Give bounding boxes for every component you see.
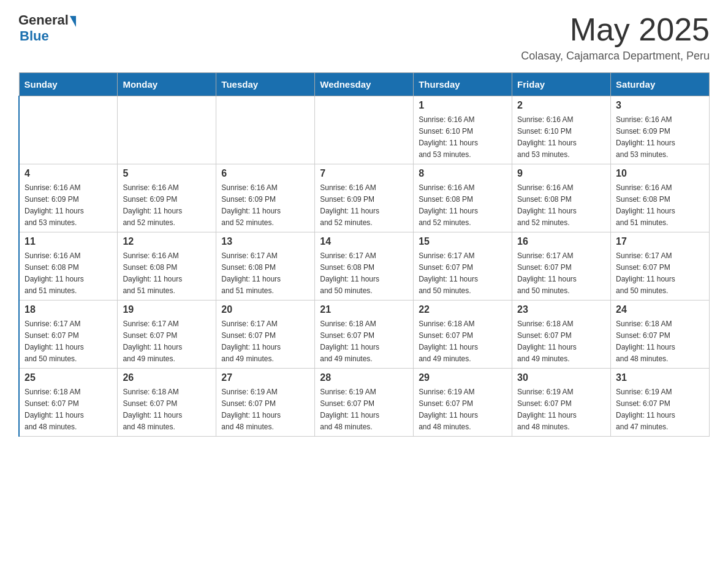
day-info: Sunrise: 6:16 AMSunset: 6:09 PMDaylight:… — [123, 183, 182, 227]
logo-triangle-icon — [70, 16, 76, 27]
day-number: 3 — [616, 100, 704, 111]
day-of-week-header: Wednesday — [315, 73, 414, 96]
day-number: 16 — [517, 236, 605, 247]
calendar-day-cell: 25Sunrise: 6:18 AMSunset: 6:07 PMDayligh… — [19, 369, 118, 437]
day-number: 10 — [616, 168, 704, 179]
calendar-day-cell: 11Sunrise: 6:16 AMSunset: 6:08 PMDayligh… — [19, 232, 118, 301]
page-header: General Blue May 2025 Colasay, Cajamarca… — [18, 12, 710, 63]
calendar-day-cell: 14Sunrise: 6:17 AMSunset: 6:08 PMDayligh… — [315, 232, 414, 301]
calendar-day-cell: 13Sunrise: 6:17 AMSunset: 6:08 PMDayligh… — [216, 232, 315, 301]
calendar-week-row: 18Sunrise: 6:17 AMSunset: 6:07 PMDayligh… — [19, 301, 710, 369]
day-number: 27 — [221, 372, 309, 383]
calendar-table: SundayMondayTuesdayWednesdayThursdayFrid… — [18, 72, 710, 437]
calendar-day-cell: 3Sunrise: 6:16 AMSunset: 6:09 PMDaylight… — [611, 96, 710, 164]
logo: General Blue — [18, 12, 76, 44]
day-info: Sunrise: 6:16 AMSunset: 6:08 PMDaylight:… — [25, 251, 84, 295]
logo-general-text: General — [18, 12, 69, 28]
day-info: Sunrise: 6:17 AMSunset: 6:07 PMDaylight:… — [419, 251, 478, 295]
calendar-day-cell: 27Sunrise: 6:19 AMSunset: 6:07 PMDayligh… — [216, 369, 315, 437]
calendar-day-cell: 15Sunrise: 6:17 AMSunset: 6:07 PMDayligh… — [414, 232, 512, 301]
day-number: 18 — [25, 304, 112, 315]
day-info: Sunrise: 6:19 AMSunset: 6:07 PMDaylight:… — [419, 388, 478, 431]
calendar-day-cell: 21Sunrise: 6:18 AMSunset: 6:07 PMDayligh… — [315, 301, 414, 369]
header-title-block: May 2025 Colasay, Cajamarca Department, … — [521, 12, 710, 63]
day-info: Sunrise: 6:16 AMSunset: 6:10 PMDaylight:… — [517, 115, 577, 159]
calendar-day-cell: 18Sunrise: 6:17 AMSunset: 6:07 PMDayligh… — [19, 301, 118, 369]
calendar-day-cell: 2Sunrise: 6:16 AMSunset: 6:10 PMDaylight… — [512, 96, 611, 164]
calendar-week-row: 4Sunrise: 6:16 AMSunset: 6:09 PMDaylight… — [19, 164, 710, 232]
day-number: 5 — [123, 168, 211, 179]
day-number: 1 — [419, 100, 507, 111]
month-title: May 2025 — [521, 12, 710, 47]
day-info: Sunrise: 6:17 AMSunset: 6:07 PMDaylight:… — [517, 251, 577, 295]
day-number: 26 — [123, 372, 211, 383]
calendar-day-cell: 28Sunrise: 6:19 AMSunset: 6:07 PMDayligh… — [315, 369, 414, 437]
day-of-week-header: Tuesday — [216, 73, 315, 96]
calendar-day-cell: 4Sunrise: 6:16 AMSunset: 6:09 PMDaylight… — [19, 164, 118, 232]
calendar-week-row: 1Sunrise: 6:16 AMSunset: 6:10 PMDaylight… — [19, 96, 710, 164]
day-info: Sunrise: 6:16 AMSunset: 6:09 PMDaylight:… — [616, 115, 675, 159]
calendar-day-cell: 22Sunrise: 6:18 AMSunset: 6:07 PMDayligh… — [414, 301, 512, 369]
day-number: 22 — [419, 304, 507, 315]
day-info: Sunrise: 6:17 AMSunset: 6:07 PMDaylight:… — [221, 320, 281, 363]
calendar-day-cell: 7Sunrise: 6:16 AMSunset: 6:09 PMDaylight… — [315, 164, 414, 232]
calendar-day-cell: 24Sunrise: 6:18 AMSunset: 6:07 PMDayligh… — [611, 301, 710, 369]
day-info: Sunrise: 6:16 AMSunset: 6:09 PMDaylight:… — [320, 183, 379, 227]
day-info: Sunrise: 6:16 AMSunset: 6:09 PMDaylight:… — [221, 183, 281, 227]
calendar-day-cell: 17Sunrise: 6:17 AMSunset: 6:07 PMDayligh… — [611, 232, 710, 301]
day-number: 31 — [616, 372, 704, 383]
day-of-week-header: Friday — [512, 73, 611, 96]
day-info: Sunrise: 6:19 AMSunset: 6:07 PMDaylight:… — [517, 388, 577, 431]
day-number: 29 — [419, 372, 507, 383]
day-number: 4 — [25, 168, 112, 179]
day-number: 25 — [25, 372, 112, 383]
day-of-week-header: Monday — [118, 73, 216, 96]
calendar-day-cell: 20Sunrise: 6:17 AMSunset: 6:07 PMDayligh… — [216, 301, 315, 369]
calendar-day-cell: 26Sunrise: 6:18 AMSunset: 6:07 PMDayligh… — [118, 369, 216, 437]
calendar-day-cell: 30Sunrise: 6:19 AMSunset: 6:07 PMDayligh… — [512, 369, 611, 437]
day-info: Sunrise: 6:16 AMSunset: 6:09 PMDaylight:… — [25, 183, 84, 227]
day-info: Sunrise: 6:19 AMSunset: 6:07 PMDaylight:… — [221, 388, 281, 431]
calendar-day-cell: 23Sunrise: 6:18 AMSunset: 6:07 PMDayligh… — [512, 301, 611, 369]
day-info: Sunrise: 6:18 AMSunset: 6:07 PMDaylight:… — [517, 320, 577, 363]
day-info: Sunrise: 6:17 AMSunset: 6:07 PMDaylight:… — [25, 320, 84, 363]
day-number: 6 — [221, 168, 309, 179]
day-number: 9 — [517, 168, 605, 179]
day-number: 7 — [320, 168, 408, 179]
day-of-week-header: Sunday — [19, 73, 118, 96]
day-info: Sunrise: 6:19 AMSunset: 6:07 PMDaylight:… — [320, 388, 379, 431]
day-info: Sunrise: 6:18 AMSunset: 6:07 PMDaylight:… — [320, 320, 379, 363]
day-number: 15 — [419, 236, 507, 247]
calendar-day-cell: 9Sunrise: 6:16 AMSunset: 6:08 PMDaylight… — [512, 164, 611, 232]
logo-blue-text: Blue — [20, 28, 76, 44]
location-title: Colasay, Cajamarca Department, Peru — [521, 50, 710, 63]
day-info: Sunrise: 6:16 AMSunset: 6:08 PMDaylight:… — [123, 251, 182, 295]
calendar-day-cell: 12Sunrise: 6:16 AMSunset: 6:08 PMDayligh… — [118, 232, 216, 301]
day-info: Sunrise: 6:17 AMSunset: 6:07 PMDaylight:… — [123, 320, 182, 363]
day-info: Sunrise: 6:19 AMSunset: 6:07 PMDaylight:… — [616, 388, 675, 431]
day-of-week-header: Saturday — [611, 73, 710, 96]
calendar-day-cell — [19, 96, 118, 164]
calendar-day-cell: 5Sunrise: 6:16 AMSunset: 6:09 PMDaylight… — [118, 164, 216, 232]
calendar-header: SundayMondayTuesdayWednesdayThursdayFrid… — [19, 73, 710, 96]
calendar-week-row: 25Sunrise: 6:18 AMSunset: 6:07 PMDayligh… — [19, 369, 710, 437]
day-of-week-header: Thursday — [414, 73, 512, 96]
calendar-day-cell: 16Sunrise: 6:17 AMSunset: 6:07 PMDayligh… — [512, 232, 611, 301]
day-number: 24 — [616, 304, 704, 315]
day-number: 8 — [419, 168, 507, 179]
days-of-week-row: SundayMondayTuesdayWednesdayThursdayFrid… — [19, 73, 710, 96]
day-number: 30 — [517, 372, 605, 383]
day-info: Sunrise: 6:16 AMSunset: 6:08 PMDaylight:… — [517, 183, 577, 227]
day-number: 28 — [320, 372, 408, 383]
day-number: 21 — [320, 304, 408, 315]
calendar-day-cell — [315, 96, 414, 164]
day-number: 23 — [517, 304, 605, 315]
day-info: Sunrise: 6:18 AMSunset: 6:07 PMDaylight:… — [123, 388, 182, 431]
calendar-day-cell: 6Sunrise: 6:16 AMSunset: 6:09 PMDaylight… — [216, 164, 315, 232]
calendar-day-cell: 10Sunrise: 6:16 AMSunset: 6:08 PMDayligh… — [611, 164, 710, 232]
day-info: Sunrise: 6:17 AMSunset: 6:07 PMDaylight:… — [616, 251, 675, 295]
day-info: Sunrise: 6:16 AMSunset: 6:10 PMDaylight:… — [419, 115, 478, 159]
day-info: Sunrise: 6:17 AMSunset: 6:08 PMDaylight:… — [221, 251, 281, 295]
day-number: 2 — [517, 100, 605, 111]
day-info: Sunrise: 6:17 AMSunset: 6:08 PMDaylight:… — [320, 251, 379, 295]
